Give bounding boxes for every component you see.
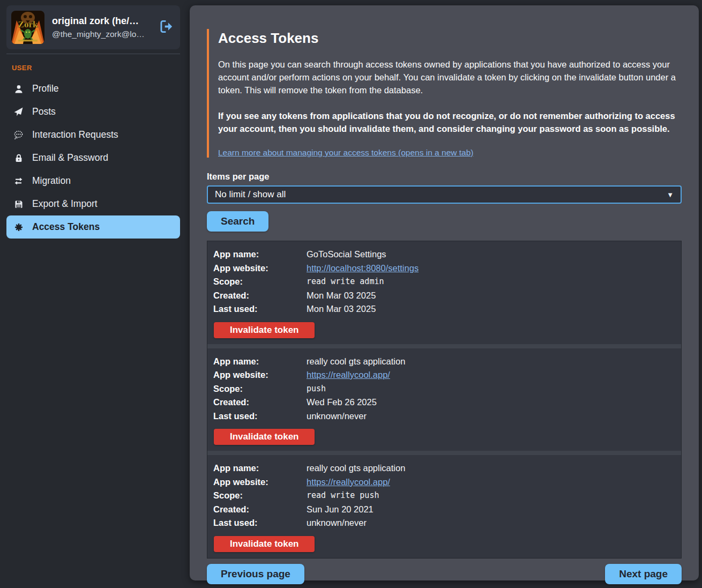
paper-plane-icon xyxy=(14,107,23,116)
invalidate-token-button[interactable]: Invalidate token xyxy=(214,322,315,338)
token-details: App name: really cool gts application Ap… xyxy=(213,462,675,530)
invalidate-token-button[interactable]: Invalidate token xyxy=(214,536,315,552)
sidebar-item-interaction-requests[interactable]: Interaction Requests xyxy=(6,123,180,146)
token-entry: App name: really cool gts application Ap… xyxy=(207,451,681,558)
app-name-label: App name: xyxy=(213,248,307,262)
app-name-value: GoToSocial Settings xyxy=(307,248,675,262)
token-entry: App name: really cool gts application Ap… xyxy=(207,344,681,451)
token-details: App name: really cool gts application Ap… xyxy=(213,355,675,423)
last-used-label: Last used: xyxy=(213,410,307,423)
scope-value: read write push xyxy=(307,489,675,503)
app-website-label: App website: xyxy=(213,475,307,489)
svg-text:Zork: Zork xyxy=(18,19,38,29)
sign-out-icon xyxy=(159,19,174,35)
sidebar-item-label: Migration xyxy=(32,175,71,187)
scope-value: push xyxy=(307,382,675,396)
next-page-button[interactable]: Next page xyxy=(605,564,682,584)
intro-paragraph: On this page you can search through acce… xyxy=(218,58,682,96)
sidebar-item-profile[interactable]: Profile xyxy=(6,77,180,100)
created-label: Created: xyxy=(213,503,307,517)
app-website-link[interactable]: http://localhost:8080/settings xyxy=(307,263,419,273)
sidebar-item-label: Email & Password xyxy=(32,152,108,163)
last-used-value: unknown/never xyxy=(307,410,675,423)
sidebar-item-label: Profile xyxy=(32,83,59,94)
app-website-label: App website: xyxy=(213,262,307,276)
scope-label: Scope: xyxy=(213,382,307,396)
scope-value: read write admin xyxy=(307,275,675,289)
token-badge-icon xyxy=(14,222,23,232)
sidebar: Zork original zork (he/… @the_mighty_zor… xyxy=(0,0,188,588)
created-label: Created: xyxy=(213,396,307,410)
sidebar-item-email-password[interactable]: Email & Password xyxy=(6,146,180,169)
nav-section-label: USER xyxy=(12,64,180,72)
sidebar-item-migration[interactable]: Migration xyxy=(6,169,180,192)
sidebar-item-posts[interactable]: Posts xyxy=(6,100,180,123)
sidebar-item-label: Access Tokens xyxy=(32,221,100,233)
sidebar-item-label: Export & Import xyxy=(32,198,98,210)
zork-avatar-art: Zork xyxy=(11,11,44,44)
last-used-value: Mon Mar 03 2025 xyxy=(307,302,675,316)
search-button[interactable]: Search xyxy=(207,211,268,232)
access-tokens-panel: Access Tokens On this page you can searc… xyxy=(190,5,699,580)
app-root: Zork original zork (he/… @the_mighty_zor… xyxy=(0,0,702,588)
previous-page-button[interactable]: Previous page xyxy=(207,564,304,584)
warning-paragraph: If you see any tokens from applications … xyxy=(218,109,682,135)
user-names: original zork (he/… @the_mighty_zork@lo… xyxy=(52,16,151,39)
lock-icon xyxy=(14,153,23,162)
app-name-label: App name: xyxy=(213,355,307,369)
app-name-value: really cool gts application xyxy=(307,355,675,369)
created-label: Created: xyxy=(213,289,307,303)
transfer-arrows-icon xyxy=(14,176,23,185)
learn-more-link[interactable]: Learn more about managing your access to… xyxy=(218,148,473,157)
last-used-label: Last used: xyxy=(213,302,307,316)
sidebar-item-export-import[interactable]: Export & Import xyxy=(6,192,180,215)
scope-label: Scope: xyxy=(213,275,307,289)
scope-label: Scope: xyxy=(213,489,307,503)
user-card[interactable]: Zork original zork (he/… @the_mighty_zor… xyxy=(6,5,180,49)
items-per-page-field: Items per page No limit / show all ▼ xyxy=(207,172,682,204)
last-used-label: Last used: xyxy=(213,516,307,530)
pagination: Previous page Next page xyxy=(207,564,682,584)
page-title: Access Tokens xyxy=(218,29,682,47)
user-icon xyxy=(14,84,23,93)
app-website-link[interactable]: https://reallycool.app/ xyxy=(307,370,390,379)
sidebar-item-label: Interaction Requests xyxy=(32,129,118,140)
user-display-name: original zork (he/… xyxy=(52,16,151,27)
logout-button[interactable] xyxy=(159,20,174,35)
sidebar-item-access-tokens[interactable]: Access Tokens xyxy=(6,215,180,239)
sidebar-nav: Profile Posts xyxy=(6,77,180,239)
token-list: App name: GoToSocial Settings App websit… xyxy=(207,241,682,559)
sidebar-header: Zork original zork (he/… @the_mighty_zor… xyxy=(6,5,180,54)
app-name-label: App name: xyxy=(213,462,307,475)
page-intro: Access Tokens On this page you can searc… xyxy=(207,29,682,158)
floppy-disk-icon xyxy=(14,199,23,209)
invalidate-token-button[interactable]: Invalidate token xyxy=(214,429,315,445)
comment-icon xyxy=(14,130,23,139)
created-value: Sun Jun 20 2021 xyxy=(307,503,675,517)
items-per-page-selected-value: No limit / show all xyxy=(215,189,667,200)
created-value: Mon Mar 03 2025 xyxy=(307,289,675,303)
dropdown-arrow-icon: ▼ xyxy=(667,191,674,199)
avatar: Zork xyxy=(11,11,44,44)
items-per-page-label: Items per page xyxy=(207,172,682,182)
token-details: App name: GoToSocial Settings App websit… xyxy=(213,248,675,316)
user-handle: @the_mighty_zork@lo… xyxy=(52,29,151,39)
last-used-value: unknown/never xyxy=(307,516,675,530)
app-website-link[interactable]: https://reallycool.app/ xyxy=(307,477,390,487)
app-website-label: App website: xyxy=(213,368,307,382)
created-value: Wed Feb 26 2025 xyxy=(307,396,675,410)
app-name-value: really cool gts application xyxy=(307,462,675,475)
sidebar-item-label: Posts xyxy=(32,106,56,117)
items-per-page-select[interactable]: No limit / show all ▼ xyxy=(207,185,682,204)
token-entry: App name: GoToSocial Settings App websit… xyxy=(207,241,681,344)
